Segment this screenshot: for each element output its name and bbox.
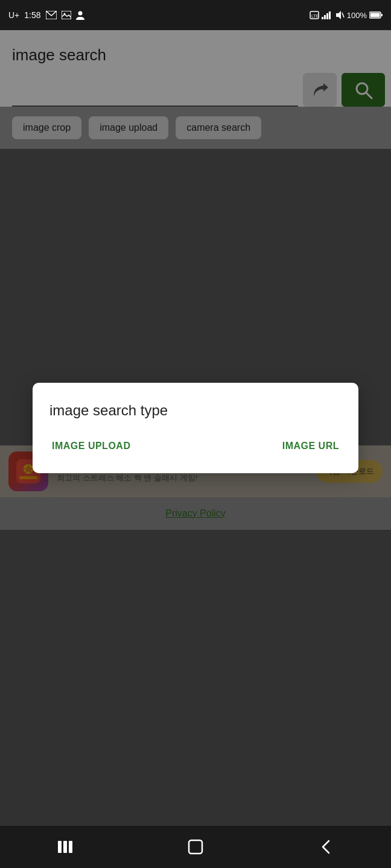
recent-apps-button[interactable] (47, 829, 83, 865)
message-icon (46, 11, 57, 19)
dialog: image search type IMAGE UPLOAD IMAGE URL (33, 383, 358, 473)
sim-icon: LTE (310, 10, 319, 20)
svg-marker-10 (336, 11, 341, 19)
carrier-label: U+ (8, 10, 19, 20)
svg-rect-23 (63, 841, 67, 853)
svg-rect-13 (370, 13, 380, 17)
svg-rect-25 (189, 840, 202, 854)
person-icon (76, 10, 84, 20)
svg-line-11 (342, 13, 344, 17)
status-left: U+ 1:58 (8, 10, 84, 20)
svg-rect-6 (322, 17, 323, 19)
svg-rect-8 (326, 13, 328, 19)
svg-text:LTE: LTE (311, 14, 319, 18)
nav-bar (0, 826, 391, 868)
status-right: LTE 100% (310, 10, 383, 20)
app-background: image search image crop image upload cam… (0, 30, 391, 826)
battery-icon (369, 11, 383, 19)
svg-rect-1 (62, 11, 71, 19)
svg-point-3 (78, 11, 82, 16)
svg-rect-9 (329, 11, 331, 19)
dialog-overlay: image search type IMAGE UPLOAD IMAGE URL (0, 30, 391, 826)
back-icon (319, 838, 332, 855)
image-icon (62, 11, 71, 19)
home-icon (187, 838, 204, 855)
dialog-buttons: IMAGE UPLOAD IMAGE URL (49, 436, 342, 456)
back-button[interactable] (308, 829, 344, 865)
battery-label: 100% (347, 11, 367, 20)
svg-rect-7 (324, 15, 326, 19)
time-label: 1:58 (24, 10, 40, 20)
signal-icon (322, 11, 332, 19)
svg-rect-14 (381, 14, 383, 16)
svg-rect-22 (58, 841, 62, 853)
mute-icon (335, 10, 345, 20)
dialog-url-button[interactable]: IMAGE URL (280, 436, 342, 456)
home-button[interactable] (177, 829, 214, 865)
svg-rect-24 (69, 841, 72, 853)
recent-apps-icon (57, 840, 74, 854)
dialog-title: image search type (49, 402, 342, 419)
status-bar: U+ 1:58 LTE (0, 0, 391, 30)
dialog-upload-button[interactable]: IMAGE UPLOAD (49, 436, 133, 456)
